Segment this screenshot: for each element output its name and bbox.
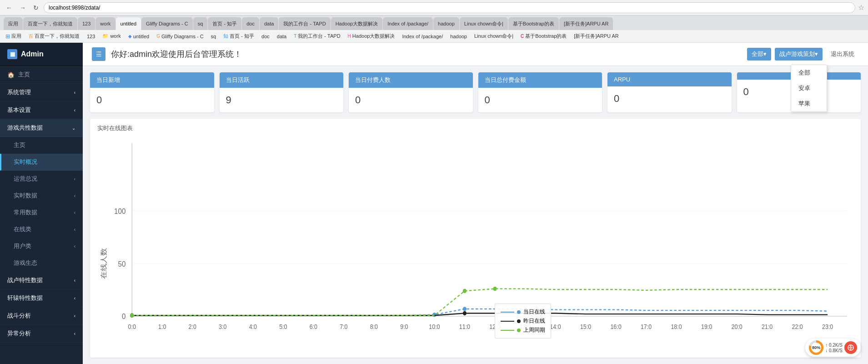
back-button[interactable]: ← [4,3,15,12]
top-bar: ☰ 你好:admin欢迎使用后台管理系统！ 全部▾ 战卢游戏策划▾ 退出系统 全… [83,43,868,66]
chevron-icon-online: ‹ [74,227,75,232]
tab-sq[interactable]: sq [193,17,208,30]
svg-text:21:0: 21:0 [762,324,773,331]
strategy-dropdown-button[interactable]: 战卢游戏策划▾ [775,48,823,61]
svg-text:16:0: 16:0 [610,324,621,331]
svg-text:10:0: 10:0 [429,324,440,331]
tab-tapd[interactable]: 我的工作台 - TAPD [279,17,330,30]
logo-icon: ▦ [7,49,17,59]
sidebar-label-battle-data: 战卢特性数据 [7,276,43,284]
top-bar-actions: 全部▾ 战卢游戏策划▾ 退出系统 [747,48,859,61]
tab-untitled[interactable]: untitled [116,17,141,30]
sidebar-sub-common[interactable]: 常用数据 ‹ [0,204,83,221]
bookmark-star-icon[interactable]: ☆ [858,3,864,12]
sidebar-sub-label-user: 用户类 [14,242,31,250]
bookmark-linux[interactable]: Linux chown命令| [472,32,515,40]
tab-123[interactable]: 123 [78,17,95,30]
sidebar-sub-realdata[interactable]: 实时数据 ‹ [0,187,83,204]
forward-button[interactable]: → [17,3,28,12]
dropdown-item-android[interactable]: 安卓 [791,81,827,96]
bookmark-sq[interactable]: sq [209,33,218,40]
svg-text:0: 0 [122,312,125,320]
filter-dropdown-button[interactable]: 全部▾ [747,48,771,61]
bookmark-apps[interactable]: ⊞ 应用 [4,32,23,40]
stat-card-active-value: 9 [220,88,344,112]
url-bar[interactable] [44,2,855,13]
tab-linux[interactable]: Linux chown命令| [460,17,508,30]
sidebar-item-battle-data[interactable]: 战卢特性数据 ‹ [0,272,83,289]
bookmark-zhihu[interactable]: 知 首页 - 知乎 [221,32,256,40]
reload-button[interactable]: ↻ [31,3,41,12]
hamburger-button[interactable]: ☰ [92,47,105,61]
svg-text:15:0: 15:0 [580,324,591,331]
tab-index[interactable]: Index of /package/ [383,17,433,30]
chart-title: 实时在线图表 [97,124,853,132]
sidebar-label-home: 主页 [18,71,30,79]
logo-text: Admin [21,50,44,58]
sidebar-item-basic[interactable]: 基本设置 ‹ [0,101,83,119]
sidebar-sub-label-ecosystem: 游戏生态 [14,259,37,267]
svg-text:在线人数: 在线人数 [100,248,107,279]
legend-label-yesterday: 昨日在线 [523,317,545,325]
svg-point-34 [432,313,436,317]
tab-data[interactable]: data [260,17,278,30]
tab-work[interactable]: work [95,17,115,30]
dropdown-item-ios[interactable]: 苹果 [791,96,827,111]
tab-gliffy[interactable]: Gliffy Diagrams - C [141,17,193,30]
sidebar-item-xuanyuan[interactable]: 轩辕特性数据 ‹ [0,289,83,307]
sidebar-sub-label-home: 主页 [14,141,25,149]
tab-yingyong[interactable]: 应用 [4,17,23,30]
legend-label-lastweek: 上周同期 [523,326,545,334]
page-title: 你好:admin欢迎使用后台管理系统！ [111,49,742,60]
chevron-icon-game: ⌄ [72,126,75,131]
bookmark-hadoop[interactable]: hadoop [448,33,469,40]
bookmark-bootstrap[interactable]: C 基于Bootstrap的表 [519,32,568,40]
tab-zhihu[interactable]: 首页 - 知乎 [208,17,241,30]
bookmark-arpu[interactable]: [新手任务]ARPU AR [572,32,620,40]
bookmark-untitled[interactable]: ◆ untitled [126,33,151,40]
sidebar-sub-realtime[interactable]: 实时概况 [0,154,83,171]
sidebar-item-combat[interactable]: 战斗分析 ‹ [0,307,83,325]
stat-card-new: 当日新增 0 [90,72,214,112]
chevron-icon-combat: ‹ [74,313,75,318]
sidebar-sub-ops[interactable]: 运营总况 ‹ [0,171,83,187]
bookmarks-bar: ⊞ 应用 百 百度一下，你就知道 123 📁 work ◆ untitled G… [0,30,868,43]
sidebar-item-home[interactable]: 🏠 主页 [0,66,83,84]
sidebar-item-game-data[interactable]: 游戏共性数据 ⌄ [0,119,83,137]
cpu-progress-ring: 80% [809,340,823,355]
svg-point-39 [463,289,467,293]
download-speed: ↓ 0.8K/S [825,348,843,353]
tab-doc[interactable]: doc [242,17,259,30]
sidebar-sub-online[interactable]: 在线类 ‹ [0,221,83,238]
sidebar-sub-home[interactable]: 主页 [0,137,83,154]
bookmark-doc[interactable]: doc [260,33,271,40]
stat-card-payers-value: 0 [349,88,473,112]
bookmark-gliffy[interactable]: G Gliffy Diagrams - C [155,33,205,40]
dropdown-item-all[interactable]: 全部 [791,65,827,81]
tab-hadoop-big[interactable]: Hadoop大数据解决 [331,17,383,30]
sidebar-sub-ecosystem[interactable]: 游戏生态 [0,255,83,272]
sidebar-sub-user[interactable]: 用户类 ‹ [0,238,83,255]
bookmark-data[interactable]: data [275,33,288,40]
tab-baidu[interactable]: 百度一下，你就知道 [23,17,77,30]
bookmark-work[interactable]: 📁 work [100,33,122,40]
stat-card-active-title: 当日活跃 [220,72,344,88]
tab-bootstrap[interactable]: 基于Bootstrap的表 [508,17,559,30]
sidebar-sub-label-realdata: 实时数据 [14,192,37,200]
bookmark-tapd[interactable]: T 我的工作台 - TAPD [292,32,342,40]
sidebar-item-system[interactable]: 系统管理 ‹ [0,84,83,101]
bookmark-123[interactable]: 123 [85,33,97,40]
logout-button[interactable]: 退出系统 [826,48,859,61]
legend-label-today: 当日在线 [523,308,545,316]
svg-text:11:0: 11:0 [459,324,470,331]
svg-text:22:0: 22:0 [792,324,803,331]
bookmark-index[interactable]: Index of /package/ [400,33,445,40]
stat-card-revenue-value: 0 [478,88,602,112]
bookmark-baidu[interactable]: 百 百度一下，你就知道 [27,32,81,40]
bookmark-hadoop-big[interactable]: H Hadoop大数据解决 [346,32,397,40]
home-icon: 🏠 [7,71,15,78]
tab-hadoop[interactable]: hadoop [433,17,459,30]
svg-text:6:0: 6:0 [310,324,317,331]
sidebar-item-anomaly[interactable]: 异常分析 ‹ [0,325,83,343]
tab-arpu[interactable]: [新手任务]ARPU AR [559,17,613,30]
